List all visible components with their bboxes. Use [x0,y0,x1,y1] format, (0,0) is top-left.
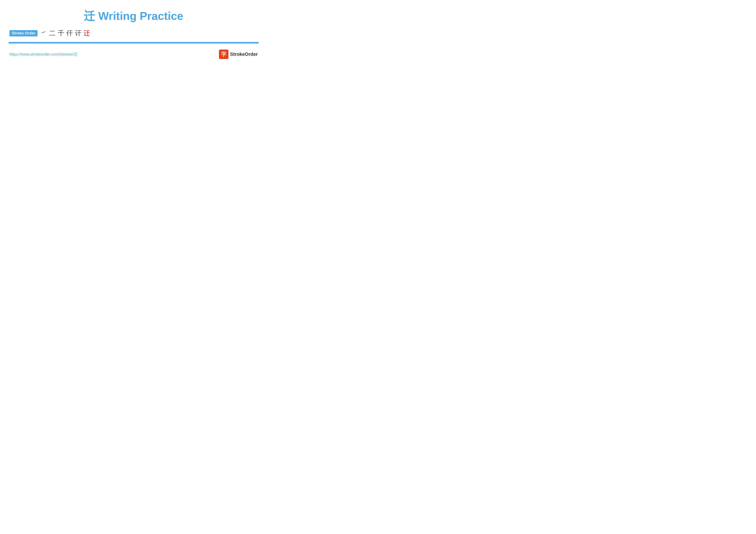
stroke-step-4: 仠 [67,29,73,38]
page-title: 迁 Writing Practice [9,9,258,24]
stroke-step-1: ㇀ [40,29,47,38]
stroke-step-2: 二 [49,29,56,38]
stroke-order-badge: Stroke Order [10,30,38,37]
stroke-order-row: Stroke Order ㇀ 二 千 仠 讦 迁 [9,29,258,38]
stroke-step-5: 讦 [75,29,81,38]
practice-grid: 迁迁迁迁迁迁迁迁迁迁迁迁迁迁迁迁迁迁迁迁迁迁迁迁迁迁迁迁迁迁迁迁迁迁迁迁迁迁迁 [9,42,258,43]
stroke-step-6: 迁 [84,29,90,38]
footer-brand-name: StrokeOrder [230,51,258,57]
stroke-steps: ㇀ 二 千 仠 讦 迁 [40,29,90,38]
footer-url: https://www.strokeorder.com/chinese/迁 [10,52,78,57]
stroke-step-3: 千 [58,29,64,38]
footer-brand: 字 StrokeOrder [219,50,258,59]
footer-logo: 字 [219,50,229,59]
footer: https://www.strokeorder.com/chinese/迁 字 … [9,50,258,59]
